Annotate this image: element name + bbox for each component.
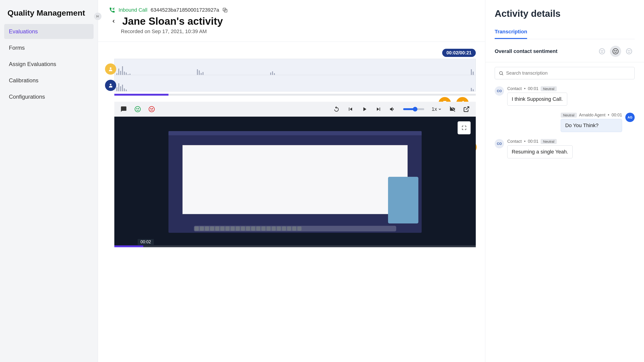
svg-point-6 xyxy=(138,108,138,109)
svg-point-18 xyxy=(628,51,628,51)
waveform-area xyxy=(107,59,476,96)
person-icon xyxy=(108,66,113,72)
svg-point-8 xyxy=(150,108,151,109)
video-time-chip: 00:02 xyxy=(138,239,154,245)
tab-transcription[interactable]: Transcription xyxy=(495,25,527,39)
sentiment-chip: Neutral xyxy=(541,139,556,144)
activity-main: Inbound Call 6344523ba71850001723927a Ja… xyxy=(98,0,485,362)
comment-button[interactable] xyxy=(120,106,127,112)
svg-point-10 xyxy=(599,48,604,54)
svg-point-16 xyxy=(616,51,616,51)
svg-point-17 xyxy=(626,48,632,54)
contact-speaker-chip[interactable] xyxy=(105,63,116,75)
fullscreen-button[interactable] xyxy=(458,121,471,134)
skip-next-button[interactable] xyxy=(375,106,382,112)
replay-icon xyxy=(333,106,340,112)
agent-waveform[interactable] xyxy=(114,75,476,91)
message-text[interactable]: Do You Think? xyxy=(561,119,622,132)
sidebar-item-evaluations[interactable]: Evaluations xyxy=(4,24,94,39)
volume-slider[interactable] xyxy=(403,108,424,110)
comment-icon xyxy=(120,106,127,112)
details-tabs: Transcription xyxy=(495,25,635,39)
sentiment-negative-button[interactable] xyxy=(596,46,608,57)
message-text[interactable]: Resuming a single Yeah. xyxy=(507,145,572,158)
neutral-face-icon xyxy=(612,48,619,54)
svg-point-3 xyxy=(110,84,111,85)
svg-point-5 xyxy=(136,108,137,109)
playback-speed-selector[interactable]: 1x xyxy=(432,106,442,112)
message-who: Arnaldo Agent xyxy=(579,113,606,118)
volume-button[interactable] xyxy=(389,106,396,112)
video-off-button[interactable] xyxy=(449,106,456,112)
fullscreen-icon xyxy=(461,125,467,131)
back-button[interactable] xyxy=(109,17,118,26)
recorded-on-label: Recorded on Sep 17, 2021, 10:39 AM xyxy=(121,28,474,34)
sentiment-positive-button[interactable] xyxy=(624,46,635,57)
video-screen[interactable] xyxy=(168,131,422,233)
inbound-call-icon xyxy=(109,7,115,13)
contact-waveform[interactable] xyxy=(114,59,476,75)
call-type-label: Inbound Call xyxy=(118,7,148,13)
sidebar-item-configurations[interactable]: Configurations xyxy=(4,89,94,104)
video-progress-bar[interactable] xyxy=(114,245,476,247)
message-text[interactable]: I think Supposing Call. xyxy=(507,93,567,106)
sidebar-item-assign-evaluations[interactable]: Assign Evaluations xyxy=(4,57,94,72)
transcription-message: CO Contact • 00:01 Neutral I think Suppo… xyxy=(495,86,635,106)
player-controls: 1x xyxy=(114,102,476,117)
sidebar-item-calibrations[interactable]: Calibrations xyxy=(4,73,94,88)
sentiment-chip: Neutral xyxy=(561,113,576,118)
volume-icon xyxy=(389,106,396,112)
search-transcription-input[interactable] xyxy=(495,67,635,79)
transcription-message: CO Contact • 00:01 Neutral Resuming a si… xyxy=(495,139,635,158)
svg-point-2 xyxy=(110,67,111,69)
play-button[interactable] xyxy=(361,106,368,112)
video-off-icon xyxy=(449,106,456,112)
replay-button[interactable] xyxy=(333,106,340,112)
agent-speaker-chip[interactable] xyxy=(105,80,116,91)
activity-details-panel: Activity details Transcription Overall c… xyxy=(485,0,644,362)
negative-sentiment-button[interactable] xyxy=(148,106,155,112)
svg-point-7 xyxy=(149,106,154,112)
playback-time-badge: 00:02/00:21 xyxy=(442,49,476,57)
search-icon xyxy=(499,71,504,76)
open-in-new-icon xyxy=(463,106,470,112)
message-time: 00:01 xyxy=(528,139,538,144)
skip-previous-icon xyxy=(347,106,354,112)
svg-point-15 xyxy=(614,51,615,51)
timeline-scrubber[interactable] xyxy=(114,94,476,96)
frown-icon xyxy=(148,106,155,112)
svg-point-12 xyxy=(602,51,603,51)
skip-next-icon xyxy=(375,106,382,112)
message-who: Contact xyxy=(507,139,522,144)
avatar: CO xyxy=(495,139,504,148)
copy-call-id-button[interactable] xyxy=(222,7,228,12)
skip-previous-button[interactable] xyxy=(347,106,354,112)
transcription-message: AG Neutral Arnaldo Agent • 00:01 Do You … xyxy=(495,113,635,132)
sentiment-chip: Neutral xyxy=(541,86,556,91)
avatar: CO xyxy=(495,86,504,96)
collapse-icon xyxy=(96,15,100,18)
call-id: 6344523ba71850001723927a xyxy=(151,7,219,13)
message-time: 00:01 xyxy=(528,86,538,91)
search-transcription-field[interactable] xyxy=(506,70,631,76)
happy-face-icon xyxy=(626,48,632,54)
play-icon xyxy=(361,106,368,112)
svg-point-20 xyxy=(500,71,502,74)
open-in-new-button[interactable] xyxy=(463,106,470,112)
sidebar-item-forms[interactable]: Forms xyxy=(4,40,94,55)
collapse-sidebar-button[interactable] xyxy=(94,12,102,20)
chevron-left-icon xyxy=(111,19,116,24)
svg-point-19 xyxy=(630,51,630,51)
activity-header: Inbound Call 6344523ba71850001723927a Ja… xyxy=(98,0,485,42)
copy-icon xyxy=(222,7,228,12)
sad-face-icon xyxy=(599,48,605,54)
smile-icon xyxy=(134,106,141,112)
svg-point-4 xyxy=(135,106,140,112)
message-time: 00:01 xyxy=(612,113,622,118)
chevron-down-icon xyxy=(438,107,442,111)
positive-sentiment-button[interactable] xyxy=(134,106,141,112)
svg-point-13 xyxy=(613,48,618,54)
page-title: Jane Sloan's activity xyxy=(122,15,223,27)
sentiment-neutral-button[interactable] xyxy=(610,46,621,57)
screen-recording-frame: 00:02 xyxy=(114,117,476,247)
